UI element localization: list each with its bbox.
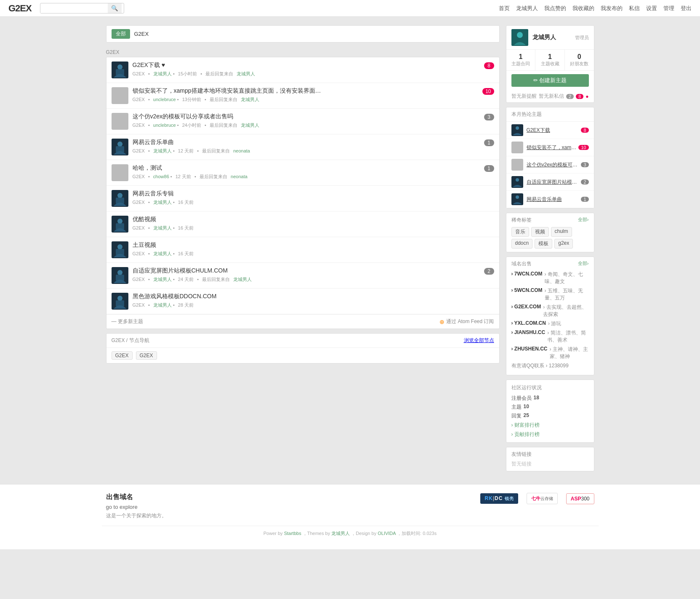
- search-input[interactable]: [40, 4, 108, 13]
- post-author-link[interactable]: 龙城男人: [153, 225, 172, 230]
- nav-settings[interactable]: 设置: [646, 5, 657, 12]
- site-logo: G2EX: [8, 3, 32, 14]
- post-title-link[interactable]: 土豆视频: [133, 241, 494, 249]
- post-last-reply-user[interactable]: 龙城男人: [241, 97, 259, 102]
- nav-posted[interactable]: 我发布的: [601, 5, 623, 12]
- nav-message[interactable]: 私信: [629, 5, 640, 12]
- links-card: 友情链接 暂无链接: [506, 447, 594, 471]
- search-bar: 🔍: [40, 3, 124, 13]
- user-card-header: 龙城男人 管理员: [506, 26, 594, 50]
- post-author-link[interactable]: unclebruce: [153, 97, 176, 102]
- post-last-reply-user[interactable]: neonata: [233, 148, 250, 153]
- tag-item[interactable]: ddocn: [511, 239, 533, 249]
- hot-item: 网易云音乐单曲 1: [506, 191, 594, 208]
- nav-home[interactable]: 首页: [499, 5, 510, 12]
- post-title-link[interactable]: 优酷视频: [133, 216, 494, 223]
- domain-tags: › 去实现、去超然、去探索: [543, 304, 588, 318]
- post-title-link[interactable]: 网易云音乐专辑: [133, 190, 494, 198]
- footer-explore: go to explore: [106, 504, 167, 510]
- post-title-link[interactable]: G2EX下载 ♥: [133, 62, 494, 69]
- domain-item: › YXL.COM.CN › 游玩: [511, 320, 589, 327]
- post-title-link[interactable]: 锁似安装不了，xampp搭建本地环境安装直接跳主页面，没有安装界面…: [133, 87, 494, 95]
- post-avatar: [112, 241, 128, 258]
- post-title-link[interactable]: 自适应宽屏图片站模板CHULM.COM: [133, 267, 494, 275]
- footer-startbbs-link[interactable]: Startbbs: [284, 531, 301, 536]
- post-item: 黑色游戏风格模板DDOCN.COM G2EX • 龙城男人 • 28 天前: [106, 289, 499, 314]
- domain-all-link[interactable]: 全部›: [578, 260, 589, 267]
- more-link[interactable]: 更多新主题: [112, 318, 143, 325]
- node-tag[interactable]: G2EX: [112, 351, 133, 360]
- asp300-logo-box: ASP300: [566, 493, 594, 504]
- nav-liked[interactable]: 我点赞的: [544, 5, 566, 12]
- post-last-reply: 最后回复来自: [205, 71, 233, 76]
- post-author-link[interactable]: 龙城男人: [153, 200, 172, 205]
- post-last-reply-user[interactable]: 龙城男人: [237, 71, 255, 76]
- community-stat-item: 主题10: [511, 404, 589, 411]
- post-author-link[interactable]: unclebruce: [153, 123, 176, 128]
- post-title-link[interactable]: 网易云音乐单曲: [133, 139, 494, 146]
- hot-topic-title[interactable]: G2EX下载: [527, 127, 581, 134]
- post-time: 16 天前: [178, 251, 194, 256]
- post-category: G2EX: [133, 277, 145, 282]
- hot-topic-title[interactable]: 网易云音乐单曲: [527, 196, 581, 203]
- post-content: 哈哈，测试 G2EX • chow86 • 12 天前 • 最后回复来自 neo…: [133, 164, 494, 180]
- post-title-link[interactable]: 哈哈，测试: [133, 164, 494, 172]
- tag-item[interactable]: g2ex: [554, 239, 573, 249]
- hot-list: G2EX下载 8 锁似安装不了，xampp搭建本地环境安装直接跳主页面，没有安装…: [506, 122, 594, 208]
- post-author-link[interactable]: 龙城男人: [153, 277, 172, 282]
- tag-item[interactable]: 视频: [531, 227, 549, 237]
- hot-avatar: [511, 176, 523, 188]
- hot-topic-title[interactable]: 自适应宽屏图片站模板CHULM.COM: [527, 179, 581, 186]
- contrib-link[interactable]: › 贡献排行榜: [511, 431, 589, 438]
- atom-link[interactable]: ⊕ 通过 Atom Feed 订阅: [439, 318, 494, 325]
- nav-manage[interactable]: 管理: [663, 5, 674, 12]
- node-tag[interactable]: G2EX: [136, 351, 157, 360]
- post-author-link[interactable]: chow86: [153, 174, 169, 179]
- hot-topic-title[interactable]: 锁似安装不了，xampp搭建本地环境安装直接跳主页面，没有安装界面…: [527, 144, 579, 151]
- hot-topic-title[interactable]: 这个仿v2ex的模板可以分享或者出售吗: [527, 161, 581, 168]
- nav-collected[interactable]: 我收藏的: [572, 5, 594, 12]
- post-time: 16 天前: [178, 225, 194, 230]
- post-footer: 更多新主题 ⊕ 通过 Atom Feed 订阅: [106, 314, 499, 329]
- post-meta: G2EX • 龙城男人 • 16 天前: [133, 199, 494, 206]
- tags-all-link[interactable]: 全部›: [578, 217, 589, 224]
- node-all-link[interactable]: 浏览全部节点: [464, 337, 494, 344]
- reply-count: 10: [482, 88, 494, 95]
- post-meta: G2EX • 龙城男人 • 15小时前 • 最后回复来自 龙城男人: [133, 71, 494, 77]
- sidebar-stats: 1 主题合同 1 主题收藏 0 好朋友数: [506, 50, 594, 71]
- post-meta: G2EX • 龙城男人 • 28 天前: [133, 302, 494, 308]
- post-author-link[interactable]: 龙城男人: [153, 148, 172, 153]
- community-title: 社区运行状况: [511, 384, 589, 391]
- footer-designer-link[interactable]: OLIVIDA: [378, 531, 396, 536]
- post-last-reply-user[interactable]: 龙城男人: [241, 123, 259, 128]
- create-topic-btn[interactable]: ✏ 创建新主题: [511, 74, 589, 87]
- post-avatar: [112, 216, 128, 233]
- links-title: 友情链接: [511, 451, 589, 458]
- tab-all[interactable]: 全部: [112, 29, 130, 39]
- post-dot2: •: [173, 148, 175, 153]
- tag-item[interactable]: chulm: [551, 227, 572, 237]
- tag-item[interactable]: 模板: [535, 239, 552, 249]
- nav-logout[interactable]: 登出: [681, 5, 692, 12]
- stat-friends: 0 好朋友数: [565, 50, 594, 70]
- hot-title: 本月热论主题: [506, 107, 594, 122]
- post-item: 这个仿v2ex的模板可以分享或者出售吗 G2EX • unclebruce • …: [106, 109, 499, 134]
- nav-user[interactable]: 龙城男人: [516, 5, 538, 12]
- post-author-link[interactable]: 龙城男人: [153, 71, 172, 76]
- post-author-link[interactable]: 龙城男人: [153, 302, 172, 308]
- footer-author-link[interactable]: 龙城男人: [331, 531, 350, 536]
- stat-friends-label: 好朋友数: [565, 61, 594, 67]
- post-last-reply-user[interactable]: neonata: [231, 174, 248, 179]
- section-label: G2EX: [106, 47, 500, 57]
- manage-link[interactable]: 管理员: [575, 35, 589, 41]
- wealth-link[interactable]: › 财富排行榜: [511, 422, 589, 429]
- post-category: G2EX: [133, 251, 145, 256]
- post-title-link[interactable]: 黑色游戏风格模板DDOCN.COM: [133, 293, 494, 300]
- post-title-link[interactable]: 这个仿v2ex的模板可以分享或者出售吗: [133, 113, 494, 120]
- tag-item[interactable]: 音乐: [511, 227, 529, 237]
- post-last-reply-user[interactable]: 龙城男人: [233, 277, 252, 282]
- svg-point-13: [117, 244, 122, 249]
- tab-section-label: G2EX: [134, 31, 149, 37]
- search-button[interactable]: 🔍: [108, 3, 122, 13]
- post-author-link[interactable]: 龙城男人: [153, 251, 172, 256]
